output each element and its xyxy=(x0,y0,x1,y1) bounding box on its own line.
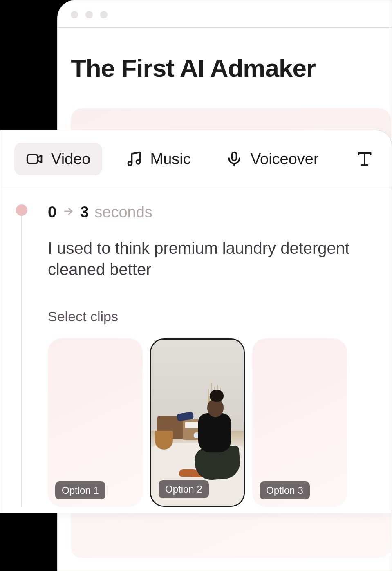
arrow-right-icon xyxy=(62,204,74,221)
svg-rect-3 xyxy=(232,152,236,161)
select-clips-label: Select clips xyxy=(48,309,382,325)
clip-option-1[interactable]: Option 1 xyxy=(48,338,143,507)
page-title: The First AI Admaker xyxy=(71,54,379,83)
clip-option-2[interactable]: Option 2 xyxy=(150,338,245,507)
script-segment: 0 3 seconds I used to think premium laun… xyxy=(48,204,392,507)
svg-point-1 xyxy=(128,161,132,165)
editor-panel: Video Music Voiceover xyxy=(0,130,392,513)
window-dot xyxy=(71,11,78,18)
window-dot xyxy=(85,11,93,18)
clip-badge: Option 2 xyxy=(159,480,209,498)
editor-tabbar: Video Music Voiceover xyxy=(0,130,392,187)
tab-label: Video xyxy=(51,150,91,168)
tab-label: Music xyxy=(150,150,191,168)
clip-option-3[interactable]: Option 3 xyxy=(252,338,347,507)
svg-rect-0 xyxy=(27,155,38,163)
titlebar-divider xyxy=(58,27,392,28)
tab-label: Voiceover xyxy=(251,150,319,168)
clips-row: Option 1 xyxy=(48,338,382,507)
tab-music[interactable]: Music xyxy=(114,143,202,175)
clip-badge: Option 1 xyxy=(55,481,105,499)
time-end: 3 xyxy=(80,204,89,221)
svg-point-2 xyxy=(136,160,140,164)
microphone-icon xyxy=(225,150,243,168)
clip-badge: Option 3 xyxy=(260,481,310,499)
editor-content: 0 3 seconds I used to think premium laun… xyxy=(0,187,392,507)
timeline-line xyxy=(21,216,22,507)
window-traffic-lights xyxy=(71,11,108,18)
script-text: I used to think premium laundry detergen… xyxy=(48,237,367,280)
video-camera-icon xyxy=(26,150,44,168)
window-dot xyxy=(100,11,108,18)
time-start: 0 xyxy=(48,204,56,221)
tab-text[interactable] xyxy=(348,143,378,175)
music-note-icon xyxy=(125,150,143,168)
tab-video[interactable]: Video xyxy=(14,143,102,175)
text-type-icon xyxy=(356,150,374,168)
time-unit: seconds xyxy=(94,204,152,221)
tab-voiceover[interactable]: Voiceover xyxy=(214,143,330,175)
timeline-marker xyxy=(16,204,27,216)
time-range: 0 3 seconds xyxy=(48,204,382,221)
